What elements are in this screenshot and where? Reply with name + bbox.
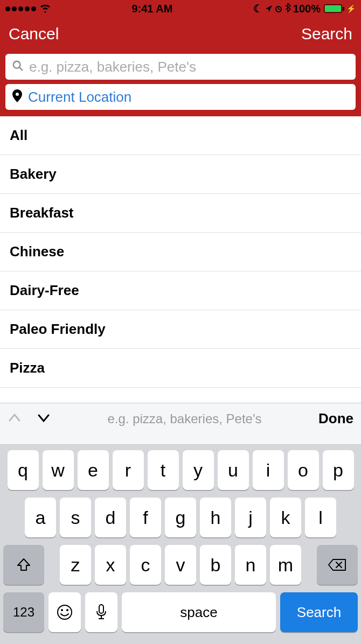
mic-key[interactable] <box>85 592 117 632</box>
list-item[interactable]: Breakfast <box>0 194 361 233</box>
keyboard-hint: e.g. pizza, bakeries, Pete's <box>51 411 318 426</box>
keyboard-row-3: z x c v b n m <box>3 545 358 585</box>
key-w[interactable]: w <box>43 450 74 490</box>
key-g[interactable]: g <box>165 498 196 537</box>
battery-percent: 100% <box>293 3 321 15</box>
status-left <box>5 3 51 15</box>
list-item[interactable]: Bakery <box>0 155 361 194</box>
cancel-button[interactable]: Cancel <box>9 25 59 43</box>
keyboard-row-1: q w e r t y u i o p <box>3 450 358 490</box>
status-right: ☾ 100% ⚡ <box>253 2 356 15</box>
location-pin-icon <box>12 89 23 104</box>
emoji-key[interactable] <box>48 592 81 632</box>
key-x[interactable]: x <box>95 545 126 585</box>
key-v[interactable]: v <box>165 545 196 585</box>
list-item[interactable]: Chinese <box>0 233 361 271</box>
key-o[interactable]: o <box>288 450 319 490</box>
keyboard-accessory: e.g. pizza, bakeries, Pete's Done <box>0 403 361 434</box>
bluetooth-icon <box>284 3 291 15</box>
prev-field-button[interactable] <box>8 411 22 427</box>
key-u[interactable]: u <box>218 450 249 490</box>
svg-point-4 <box>61 609 63 611</box>
backspace-key[interactable] <box>317 545 358 585</box>
location-arrow-icon <box>265 3 273 15</box>
location-field[interactable]: Current Location <box>5 84 356 110</box>
keyboard-row-4: 123 space Search <box>3 592 358 632</box>
key-d[interactable]: d <box>95 498 126 537</box>
svg-point-3 <box>58 605 72 619</box>
key-i[interactable]: i <box>253 450 284 490</box>
key-q[interactable]: q <box>8 450 39 490</box>
search-icon <box>12 60 24 74</box>
status-time: 9:41 AM <box>131 3 172 15</box>
list-item[interactable]: Paleo Friendly <box>0 310 361 349</box>
key-e[interactable]: e <box>78 450 109 490</box>
done-button[interactable]: Done <box>318 410 353 427</box>
shift-key[interactable] <box>3 545 44 585</box>
key-k[interactable]: k <box>270 498 301 537</box>
key-j[interactable]: j <box>235 498 266 537</box>
key-s[interactable]: s <box>60 498 91 537</box>
signal-dots-icon <box>5 6 36 11</box>
wifi-icon <box>39 3 51 15</box>
alarm-icon <box>275 3 282 15</box>
key-p[interactable]: p <box>323 450 354 490</box>
status-bar: 9:41 AM ☾ 100% ⚡ <box>0 0 361 17</box>
key-z[interactable]: z <box>60 545 91 585</box>
key-l[interactable]: l <box>305 498 336 537</box>
keyboard: q w e r t y u i o p a s d f g h j k l z … <box>0 445 361 644</box>
key-y[interactable]: y <box>183 450 214 490</box>
key-f[interactable]: f <box>130 498 161 537</box>
nav-bar: Cancel Search <box>0 17 361 51</box>
search-container: Current Location <box>0 51 361 116</box>
keyboard-search-key[interactable]: Search <box>280 592 358 632</box>
keyboard-row-2: a s d f g h j k l <box>3 498 358 537</box>
keyboard-border <box>0 434 361 445</box>
key-a[interactable]: a <box>25 498 56 537</box>
svg-point-5 <box>66 609 68 611</box>
search-input[interactable] <box>29 59 349 75</box>
svg-line-2 <box>19 67 23 71</box>
svg-rect-6 <box>99 605 103 613</box>
numbers-key[interactable]: 123 <box>3 592 44 632</box>
key-n[interactable]: n <box>235 545 266 585</box>
search-button[interactable]: Search <box>301 25 352 43</box>
key-m[interactable]: m <box>270 545 301 585</box>
key-r[interactable]: r <box>113 450 144 490</box>
list-item[interactable]: Pizza <box>0 349 361 388</box>
moon-icon: ☾ <box>253 2 263 15</box>
list-item[interactable]: All <box>0 116 361 155</box>
key-c[interactable]: c <box>130 545 161 585</box>
charging-icon: ⚡ <box>346 4 356 13</box>
list-item[interactable]: Dairy-Free <box>0 271 361 310</box>
search-field[interactable] <box>5 54 356 80</box>
key-b[interactable]: b <box>200 545 231 585</box>
space-key[interactable]: space <box>122 592 276 632</box>
location-value: Current Location <box>28 89 349 106</box>
next-field-button[interactable] <box>37 411 51 427</box>
key-h[interactable]: h <box>200 498 231 537</box>
key-t[interactable]: t <box>148 450 179 490</box>
category-list: All Bakery Breakfast Chinese Dairy-Free … <box>0 116 361 388</box>
battery-icon <box>323 4 344 13</box>
